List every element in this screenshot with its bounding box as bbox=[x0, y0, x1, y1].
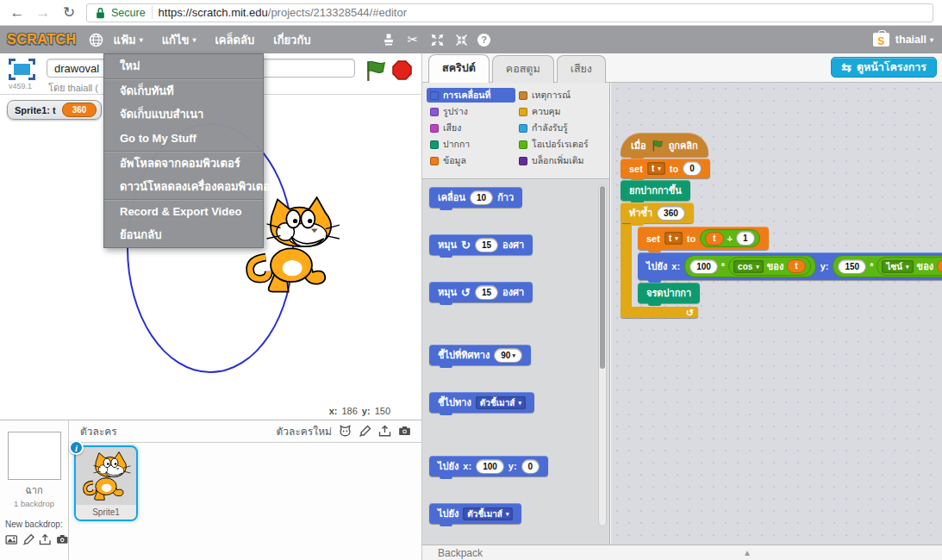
backpack-expand-icon[interactable]: ▲ bbox=[743, 548, 752, 557]
backdrop-library-icon[interactable] bbox=[5, 533, 18, 546]
shrink-icon[interactable] bbox=[453, 32, 469, 47]
block-goto-cos-sin[interactable]: ไปยัง x: 100 * cos▾ ของ t bbox=[638, 252, 942, 280]
block-point-towards[interactable]: ชี้ไปทางตัวชี้เมาส์▾ bbox=[429, 392, 534, 413]
operator-add[interactable]: t + 1 bbox=[700, 229, 759, 247]
reload-icon[interactable]: ↻ bbox=[60, 5, 78, 20]
control-swatch bbox=[519, 108, 527, 116]
coord-x-value: 186 bbox=[342, 406, 358, 416]
file-menu-download-to-computer[interactable]: ดาวน์โหลดลงเครื่องคอมพิวเตอร์ bbox=[104, 175, 263, 199]
block-turn-cw[interactable]: หมุน↻15องศา bbox=[429, 234, 533, 255]
forward-icon[interactable]: → bbox=[34, 5, 52, 20]
file-menu-new[interactable]: ใหม่ bbox=[104, 54, 263, 78]
url-text: https://scratch.mit.edu/projects/2133285… bbox=[159, 6, 407, 19]
block-goto-xy[interactable]: ไปยังx:100y:0 bbox=[429, 456, 548, 476]
operator-sin-of-t[interactable]: ไซน์▾ ของ t bbox=[876, 257, 942, 276]
stop-button[interactable] bbox=[392, 60, 412, 80]
caret-down-icon: ▾ bbox=[518, 396, 521, 409]
sprite-library-icon[interactable] bbox=[339, 425, 352, 438]
menu-edit[interactable]: แก้ไข▾ bbox=[162, 31, 197, 49]
more-blocks-swatch bbox=[519, 157, 527, 165]
turn-cw-icon: ↻ bbox=[461, 240, 471, 250]
category-operators[interactable]: โอเปอร์เรเตอร์ bbox=[515, 137, 608, 152]
category-pen[interactable]: ปากกา bbox=[427, 137, 515, 152]
variable-t[interactable]: t bbox=[937, 259, 942, 273]
operator-multiply-x[interactable]: 100 * cos▾ ของ t bbox=[684, 255, 816, 277]
file-menu-save-copy[interactable]: จัดเก็บแบบสำเนา bbox=[104, 103, 263, 127]
back-icon[interactable]: ← bbox=[9, 5, 26, 20]
operator-multiply-y[interactable]: 150 * ไซน์▾ ของ t bbox=[833, 255, 942, 277]
upload-backdrop-icon[interactable] bbox=[39, 533, 52, 546]
scratch-logo[interactable]: SCRATCH bbox=[7, 32, 77, 47]
category-motion[interactable]: การเคลื่อนที่ bbox=[427, 88, 515, 103]
see-project-page-button[interactable]: ⇆ ดูหน้าโครงการ bbox=[831, 57, 937, 78]
variable-watcher[interactable]: Sprite1: t 360 bbox=[7, 100, 102, 120]
category-events[interactable]: เหตุการณ์ bbox=[515, 88, 608, 103]
block-pen-up[interactable]: ยกปากกาขึ้น bbox=[621, 180, 690, 201]
paint-sprite-icon[interactable] bbox=[359, 425, 371, 438]
motion-swatch bbox=[430, 91, 439, 100]
menu-about[interactable]: เกี่ยวกับ bbox=[273, 31, 310, 49]
upload-sprite-icon[interactable] bbox=[378, 425, 391, 438]
variable-t[interactable]: t bbox=[787, 259, 805, 273]
block-turn-ccw[interactable]: หมุน↺15องศา bbox=[429, 282, 533, 302]
category-sensing[interactable]: กำลังรับรู้ bbox=[515, 121, 608, 135]
block-move-steps[interactable]: เคลื่อน10ก้าว bbox=[429, 187, 522, 208]
delete-scissors-icon[interactable]: ✂ bbox=[405, 32, 421, 47]
menu-file[interactable]: แฟ้ม▾ bbox=[114, 31, 143, 49]
category-more-blocks[interactable]: บล็อกเพิ่มเติม bbox=[515, 153, 608, 168]
file-menu-dropdown: ใหม่ จัดเก็บทันที จัดเก็บแบบสำเนา Go to … bbox=[103, 53, 264, 248]
block-set-t-zero[interactable]: set t▾ to 0 bbox=[621, 159, 710, 178]
file-menu-revert[interactable]: ย้อนกลับ bbox=[104, 223, 263, 247]
block-pen-down[interactable]: จรดปากกา bbox=[638, 283, 700, 303]
secure-label: Secure bbox=[111, 7, 146, 19]
block-repeat-loop[interactable]: ทำซ้ำ360 set t▾ to t + 1 bbox=[621, 202, 942, 318]
address-bar[interactable]: Secure https://scratch.mit.edu/projects/… bbox=[86, 3, 933, 22]
backdrop-thumbnail[interactable] bbox=[8, 432, 61, 480]
block-point-direction[interactable]: ชี้ไปที่ทิศทาง90▾ bbox=[429, 345, 531, 365]
sprite-thumbnail-selected[interactable]: i Sprite1 bbox=[74, 445, 138, 521]
palette-scrollbar-thumb[interactable] bbox=[600, 186, 605, 369]
caret-down-icon: ▾ bbox=[658, 162, 661, 175]
menu-tips[interactable]: เคล็ดลับ bbox=[215, 31, 254, 49]
backdrop-count: 1 backdrop bbox=[0, 499, 68, 508]
palette-scrollbar[interactable] bbox=[598, 184, 607, 526]
my-stuff-icon[interactable]: S bbox=[873, 33, 889, 47]
repeat-header[interactable]: ทำซ้ำ360 bbox=[621, 202, 694, 223]
sprites-title: ตัวละคร bbox=[80, 423, 117, 439]
duplicate-stamp-icon[interactable] bbox=[381, 32, 396, 47]
grow-icon[interactable] bbox=[429, 32, 445, 47]
file-menu-save-now[interactable]: จัดเก็บทันที bbox=[104, 78, 263, 103]
language-globe-icon[interactable] bbox=[89, 32, 104, 47]
block-goto-mouse[interactable]: ไปยังตัวชี้เมาส์▾ bbox=[429, 503, 521, 524]
block-set-t-increment[interactable]: set t▾ to t + 1 bbox=[638, 227, 769, 250]
file-menu-record-export-video[interactable]: Record & Export Video bbox=[104, 199, 263, 223]
scripts-area[interactable]: เมื่อ ถูกคลิก set t▾ to 0 ยกปากกาขึ้น ทำ… bbox=[611, 83, 942, 544]
sprite-info-icon[interactable]: i bbox=[69, 440, 84, 455]
green-flag-button[interactable] bbox=[365, 59, 387, 82]
operator-cos-of-t[interactable]: cos▾ ของ t bbox=[728, 257, 811, 276]
camera-backdrop-icon[interactable] bbox=[56, 533, 69, 546]
fullscreen-icon[interactable] bbox=[9, 59, 35, 80]
camera-sprite-icon[interactable] bbox=[398, 425, 411, 438]
turn-ccw-icon: ↺ bbox=[461, 288, 471, 297]
paint-backdrop-icon[interactable] bbox=[22, 533, 35, 546]
variable-t[interactable]: t bbox=[705, 232, 723, 246]
tab-costumes[interactable]: คอสตูม bbox=[492, 55, 554, 83]
category-control[interactable]: ควบคุม bbox=[515, 104, 608, 119]
backpack-bar[interactable]: Backpack ▲ bbox=[422, 544, 942, 560]
tab-sounds[interactable]: เสียง bbox=[557, 55, 606, 83]
category-sound[interactable]: เสียง bbox=[427, 121, 515, 135]
block-help-icon[interactable]: ? bbox=[477, 34, 490, 47]
caret-down-icon: ▾ bbox=[675, 232, 678, 245]
user-menu[interactable]: S thaiall▾ bbox=[873, 33, 933, 47]
file-menu-upload-from-computer[interactable]: อัพโหลดจากคอมพิวเตอร์ bbox=[104, 151, 263, 175]
backdrop-name: ฉาก bbox=[0, 482, 68, 498]
version-label: v459.1 bbox=[9, 82, 32, 90]
block-when-flag-clicked[interactable]: เมื่อ ถูกคลิก bbox=[621, 133, 708, 157]
category-data[interactable]: ข้อมูล bbox=[427, 153, 515, 168]
looks-swatch bbox=[430, 108, 439, 116]
project-author: โดย thaiall ( bbox=[48, 80, 98, 96]
file-menu-go-to-my-stuff[interactable]: Go to My Stuff bbox=[104, 127, 263, 151]
category-looks[interactable]: รูปร่าง bbox=[427, 104, 515, 119]
tab-scripts[interactable]: สคริปต์ bbox=[428, 54, 490, 83]
